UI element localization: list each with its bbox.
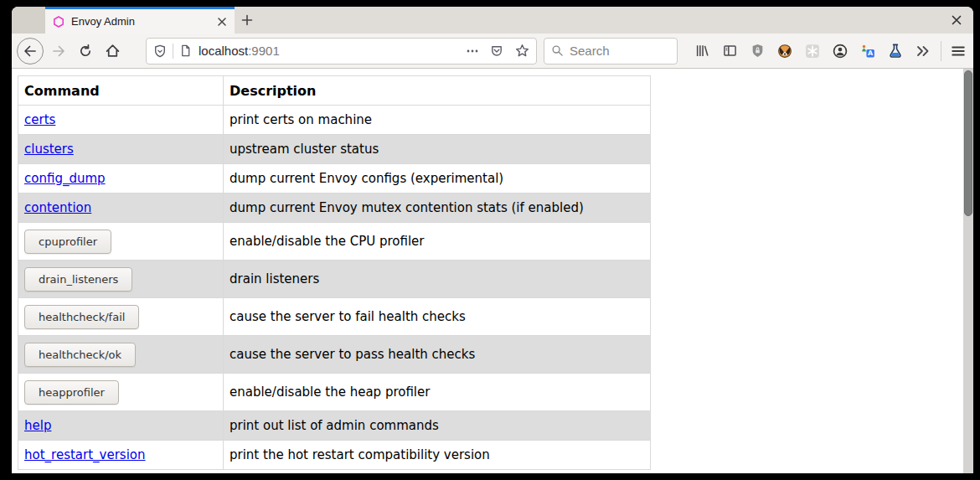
pocket-icon[interactable] [490, 44, 503, 58]
description-cell: enable/disable the CPU profiler [224, 223, 651, 261]
command-link-clusters[interactable]: clusters [24, 142, 74, 157]
command-button-heapprofiler[interactable]: heapprofiler [24, 380, 119, 405]
reload-button[interactable] [74, 39, 97, 63]
table-row: healthcheck/failcause the server to fail… [18, 298, 651, 336]
menu-button[interactable] [950, 43, 967, 59]
translate-extension-icon[interactable]: A [860, 44, 875, 59]
page-actions-icon[interactable] [467, 45, 478, 57]
shield-lock-icon[interactable] [750, 44, 765, 59]
new-tab-button[interactable] [235, 7, 260, 34]
envoy-hexagon-icon [53, 16, 64, 28]
description-cell: print out list of admin commands [224, 411, 651, 441]
tab-close-icon[interactable] [217, 17, 227, 27]
command-cell: help [18, 411, 224, 441]
tab-title: Envoy Admin [71, 15, 210, 28]
svg-text:A: A [868, 49, 874, 57]
tab-envoy-admin[interactable]: Envoy Admin [45, 7, 235, 34]
command-cell: heapprofiler [18, 374, 224, 411]
url-host: localhost [199, 44, 248, 58]
description-cell: enable/disable the heap profiler [224, 374, 651, 411]
bookmark-star-icon[interactable] [515, 44, 529, 58]
forward-icon [52, 44, 65, 58]
search-icon [551, 44, 564, 57]
toolbar-extensions: A [694, 44, 931, 59]
command-button-drain-listeners[interactable]: drain_listeners [24, 267, 132, 292]
table-row: certsprint certs on machine [18, 106, 651, 135]
admin-commands-table: Command Description certsprint certs on … [18, 75, 651, 470]
flask-extension-icon[interactable] [888, 44, 903, 59]
table-row: clustersupstream cluster status [18, 135, 651, 164]
command-cell: certs [18, 106, 224, 135]
snowflake-extension-icon[interactable] [805, 44, 820, 59]
description-cell: upstream cluster status [224, 135, 651, 164]
command-cell: clusters [18, 135, 224, 164]
description-cell: dump current Envoy configs (experimental… [224, 164, 651, 194]
back-icon [23, 44, 37, 58]
badger-extension-icon[interactable] [777, 44, 792, 59]
sidebar-icon[interactable] [722, 44, 737, 59]
command-cell: healthcheck/fail [18, 298, 224, 336]
table-row: heapprofilerenable/disable the heap prof… [18, 374, 651, 411]
menu-icon [951, 44, 966, 59]
command-button-healthcheck-fail[interactable]: healthcheck/fail [24, 305, 139, 329]
command-link-hot-restart-version[interactable]: hot_restart_version [24, 447, 146, 462]
description-cell: print certs on machine [224, 106, 651, 135]
command-cell: drain_listeners [18, 261, 224, 298]
search-input[interactable] [570, 44, 653, 58]
home-icon [106, 44, 120, 58]
command-link-contention[interactable]: contention [24, 200, 91, 215]
table-row: config_dumpdump current Envoy configs (e… [18, 164, 651, 194]
command-link-certs[interactable]: certs [24, 112, 55, 127]
column-header-description: Description [224, 76, 651, 106]
description-cell: drain listeners [224, 261, 651, 298]
command-cell: config_dump [18, 164, 224, 194]
window-close-button[interactable] [940, 7, 973, 34]
table-row: drain_listenersdrain listeners [18, 261, 651, 298]
description-cell: cause the server to pass health checks [224, 336, 651, 374]
page-content: Command Description certsprint certs on … [12, 69, 973, 473]
command-button-cpuprofiler[interactable]: cpuprofiler [24, 230, 111, 254]
table-header-row: Command Description [18, 76, 651, 106]
command-cell: healthcheck/ok [18, 336, 224, 374]
command-link-config-dump[interactable]: config_dump [24, 171, 106, 186]
table-row: contentiondump current Envoy mutex conte… [18, 194, 651, 223]
description-cell: cause the server to fail health checks [224, 298, 651, 336]
command-cell: cpuprofiler [18, 223, 224, 261]
tabbar-spacer [260, 7, 940, 34]
browser-window: Envoy Admin [12, 7, 973, 473]
command-link-help[interactable]: help [24, 418, 51, 433]
tab-bar: Envoy Admin [12, 7, 973, 34]
scrollbar-thumb[interactable] [964, 70, 972, 216]
url-port: :9901 [248, 44, 280, 58]
table-row: hot_restart_versionprint the hot restart… [18, 441, 651, 470]
reload-icon [79, 44, 92, 58]
url-text[interactable]: localhost:9901 [199, 44, 467, 58]
command-button-healthcheck-ok[interactable]: healthcheck/ok [24, 343, 136, 367]
table-row: cpuprofilerenable/disable the CPU profil… [18, 223, 651, 261]
table-row: helpprint out list of admin commands [18, 411, 651, 441]
forward-button[interactable] [47, 39, 70, 63]
page-info-icon[interactable] [179, 44, 192, 57]
library-icon[interactable] [694, 44, 709, 59]
home-button[interactable] [101, 39, 124, 63]
titlebar-drag-space [12, 7, 45, 34]
command-cell: contention [18, 194, 224, 223]
shield-icon[interactable] [153, 44, 167, 58]
description-cell: dump current Envoy mutex contention stat… [224, 194, 651, 223]
overflow-chevron-icon[interactable] [916, 44, 931, 59]
toolbar-separator [941, 41, 941, 61]
column-header-command: Command [18, 76, 224, 106]
back-button[interactable] [17, 38, 44, 65]
search-bar[interactable] [544, 38, 678, 65]
urlbar-divider [173, 44, 173, 59]
command-cell: hot_restart_version [18, 441, 224, 470]
account-icon[interactable] [833, 44, 848, 59]
table-row: healthcheck/okcause the server to pass h… [18, 336, 651, 374]
vertical-scrollbar[interactable] [963, 69, 973, 473]
url-bar[interactable]: localhost:9901 [146, 38, 537, 65]
navigation-toolbar: localhost:9901 [12, 34, 973, 69]
description-cell: print the hot restart compatibility vers… [224, 441, 651, 470]
